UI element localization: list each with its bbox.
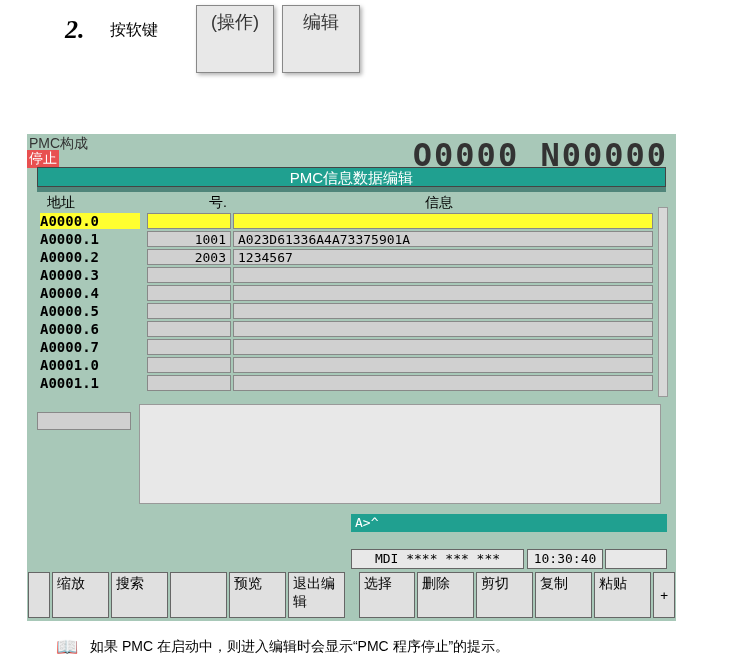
cell-number[interactable]	[147, 339, 231, 355]
cell-number[interactable]	[147, 321, 231, 337]
cell-address: A0000.3	[40, 267, 140, 283]
table-row[interactable]: A0001.0	[37, 356, 666, 374]
table-row[interactable]: A0000.11001A023D61336A4A73375901A	[37, 230, 666, 248]
cell-info[interactable]: 1234567	[233, 249, 653, 265]
cell-info[interactable]	[233, 375, 653, 391]
cell-number[interactable]	[147, 303, 231, 319]
softkey-operation[interactable]: (操作)	[196, 5, 274, 73]
book-icon: 📖	[56, 636, 78, 658]
cell-address: A0000.5	[40, 303, 140, 319]
table-row[interactable]: A0000.4	[37, 284, 666, 302]
cell-info[interactable]	[233, 321, 653, 337]
col-info: 信息	[425, 194, 453, 212]
softkey-select[interactable]: 选择	[359, 572, 416, 618]
table-row[interactable]: A0000.7	[37, 338, 666, 356]
cell-address: A0001.0	[40, 357, 140, 373]
cell-info[interactable]	[233, 357, 653, 373]
cell-address: A0000.4	[40, 285, 140, 301]
cell-info[interactable]	[233, 339, 653, 355]
cell-number[interactable]	[147, 213, 231, 229]
cell-address: A0000.7	[40, 339, 140, 355]
cell-info[interactable]: A023D61336A4A73375901A	[233, 231, 653, 247]
step-number: 2.	[65, 15, 85, 45]
vertical-scrollbar[interactable]	[658, 207, 668, 397]
table-row[interactable]: A0000.3	[37, 266, 666, 284]
cell-address: A0000.0	[40, 213, 140, 229]
col-address: 地址	[47, 194, 75, 212]
cell-number[interactable]	[147, 267, 231, 283]
cell-info[interactable]	[233, 285, 653, 301]
note-line: 📖 如果 PMC 在启动中，则进入编辑时会显示“PMC 程序停止”的提示。	[56, 636, 509, 658]
cell-number[interactable]: 1001	[147, 231, 231, 247]
cell-number[interactable]	[147, 285, 231, 301]
cell-number[interactable]	[147, 375, 231, 391]
input-cell[interactable]	[37, 412, 131, 430]
table-row[interactable]: A0000.5	[37, 302, 666, 320]
softkey-delete[interactable]: 删除	[417, 572, 474, 618]
table-row[interactable]: A0001.1	[37, 374, 666, 392]
status-time: 10:30:40	[527, 549, 603, 569]
cell-info[interactable]	[233, 267, 653, 283]
cell-address: A0000.1	[40, 231, 140, 247]
cell-info[interactable]	[233, 303, 653, 319]
pmc-screen: PMC构成 停止 O0000 N00000 PMC信息数据编辑 地址 号. 信息…	[27, 134, 676, 621]
cell-number[interactable]: 2003	[147, 249, 231, 265]
step-text: 按软键	[110, 20, 158, 41]
softkey-blank-1[interactable]	[170, 572, 227, 618]
screen-title: PMC信息数据编辑	[37, 167, 666, 187]
screen-status-stop: 停止	[27, 150, 59, 168]
softkey-prev-page[interactable]	[28, 572, 50, 618]
softkey-zoom[interactable]: 缩放	[52, 572, 109, 618]
prompt-line: A>^	[351, 514, 667, 532]
softkey-copy[interactable]: 复制	[535, 572, 592, 618]
softkey-next-page[interactable]: +	[653, 572, 675, 618]
softkey-paste[interactable]: 粘贴	[594, 572, 651, 618]
data-table: 地址 号. 信息 A0000.0A0000.11001A023D61336A4A…	[37, 192, 666, 392]
softkey-preview[interactable]: 预览	[229, 572, 286, 618]
cell-address: A0000.6	[40, 321, 140, 337]
col-number: 号.	[209, 194, 227, 212]
softkey-exit-edit[interactable]: 退出编辑	[288, 572, 345, 618]
softkey-cut[interactable]: 剪切	[476, 572, 533, 618]
cell-number[interactable]	[147, 357, 231, 373]
softkey-edit[interactable]: 编辑	[282, 5, 360, 73]
table-header: 地址 号. 信息	[37, 192, 666, 212]
cell-info[interactable]	[233, 213, 653, 229]
table-row[interactable]: A0000.22003 1234567	[37, 248, 666, 266]
message-text-panel[interactable]	[139, 404, 661, 504]
table-row[interactable]: A0000.6	[37, 320, 666, 338]
cell-address: A0001.1	[40, 375, 140, 391]
status-mode: MDI **** *** ***	[351, 549, 524, 569]
softkey-row: 缩放 搜索 预览 退出编辑 选择 删除 剪切 复制 粘贴 +	[27, 571, 676, 619]
table-row[interactable]: A0000.0	[37, 212, 666, 230]
cell-address: A0000.2	[40, 249, 140, 265]
note-text: 如果 PMC 在启动中，则进入编辑时会显示“PMC 程序停止”的提示。	[90, 638, 509, 656]
status-blank	[605, 549, 667, 569]
softkey-search[interactable]: 搜索	[111, 572, 168, 618]
